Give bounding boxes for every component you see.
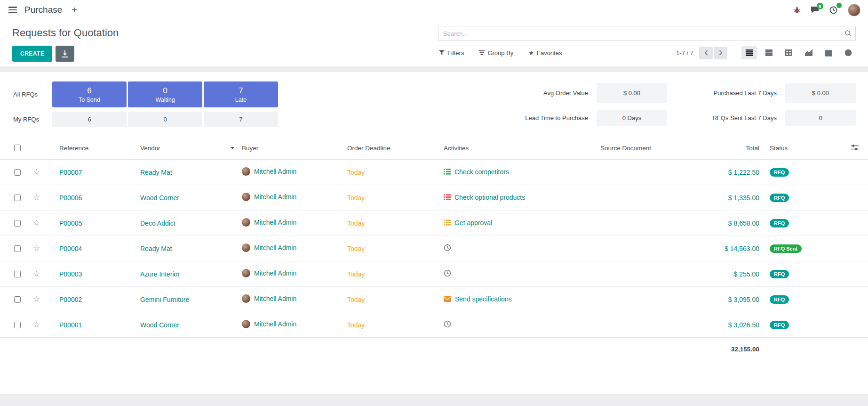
pager-previous-button[interactable] xyxy=(699,47,713,59)
table-row[interactable]: ☆ P00007 Ready Mat Mitchell Admin Today … xyxy=(0,160,868,185)
favorites-label: Favorites xyxy=(537,49,562,57)
table-row[interactable]: ☆ P00003 Azure Interior Mitchell Admin T… xyxy=(0,261,868,287)
status-badge: RFQ xyxy=(770,270,789,278)
header-order-deadline[interactable]: Order Deadline xyxy=(343,137,440,160)
table-row[interactable]: ☆ P00002 Gemini Furniture Mitchell Admin… xyxy=(0,287,868,312)
view-switcher-calendar[interactable] xyxy=(820,46,836,59)
header-buyer[interactable]: Buyer xyxy=(238,137,343,160)
reference-cell: P00006 xyxy=(56,185,136,211)
activity-icon[interactable] xyxy=(444,244,451,252)
row-checkbox[interactable] xyxy=(14,195,21,201)
view-switcher-kanban[interactable] xyxy=(761,46,777,59)
source-document-cell xyxy=(597,261,681,287)
table-row[interactable]: ☆ P00005 Deco Addict Mitchell Admin Toda… xyxy=(0,211,868,236)
row-checkbox[interactable] xyxy=(14,220,21,227)
favorite-star-icon[interactable]: ☆ xyxy=(33,295,40,303)
purchase-dashboard: All RFQs 6 To Send 0 Waiting 7 Late My R… xyxy=(0,72,868,137)
status-badge: RFQ Sent xyxy=(770,244,802,253)
buyer-name: Mitchell Admin xyxy=(254,193,296,201)
source-document-cell xyxy=(597,287,681,312)
activity-icon[interactable] xyxy=(444,169,451,175)
header-source-document[interactable]: Source Document xyxy=(597,137,681,160)
header-vendor[interactable]: Vendor xyxy=(136,137,238,160)
view-switcher-activity[interactable] xyxy=(840,46,856,59)
activities-button[interactable] xyxy=(829,6,837,14)
activity-label[interactable]: Send specifications xyxy=(455,295,512,303)
favorite-star-icon[interactable]: ☆ xyxy=(33,270,40,278)
source-document-cell xyxy=(597,211,681,236)
bug-icon[interactable] xyxy=(794,7,800,14)
row-checkbox[interactable] xyxy=(14,271,21,277)
activity-icon[interactable] xyxy=(444,269,451,277)
graph-view-icon xyxy=(805,49,812,56)
pager-next-button[interactable] xyxy=(714,47,727,59)
rfq-list: Reference Vendor Buyer Order Deadline Ac… xyxy=(0,137,868,361)
app-name[interactable]: Purchase xyxy=(24,5,62,15)
favorite-star-icon[interactable]: ☆ xyxy=(33,244,40,252)
select-all-checkbox[interactable] xyxy=(14,145,21,151)
buyer-cell: Mitchell Admin xyxy=(238,160,343,185)
tile-my-waiting[interactable]: 0 xyxy=(128,112,202,127)
activity-icon[interactable] xyxy=(444,296,451,302)
group-by-button[interactable]: Group By xyxy=(478,48,514,58)
row-checkbox[interactable] xyxy=(14,296,21,303)
status-badge: RFQ xyxy=(770,321,789,329)
view-switcher-pivot[interactable] xyxy=(781,46,796,59)
activity-icon[interactable] xyxy=(444,320,451,328)
tile-waiting[interactable]: 0 Waiting xyxy=(128,81,202,107)
header-total[interactable]: Total xyxy=(681,137,766,160)
view-switcher-list[interactable] xyxy=(741,46,757,59)
filters-label: Filters xyxy=(447,49,464,57)
vendor-cell: Ready Mat xyxy=(136,236,238,261)
order-deadline-cell: Today xyxy=(343,287,440,312)
tile-late[interactable]: 7 Late xyxy=(204,81,278,107)
table-row[interactable]: ☆ P00006 Wood Corner Mitchell Admin Toda… xyxy=(0,185,868,211)
new-tab-button[interactable]: + xyxy=(69,5,80,16)
tile-to-send[interactable]: 6 To Send xyxy=(52,81,127,107)
activity-label[interactable]: Check optional products xyxy=(454,194,525,201)
favorite-star-icon[interactable]: ☆ xyxy=(33,321,40,329)
order-deadline-cell: Today xyxy=(343,160,440,185)
buyer-name: Mitchell Admin xyxy=(254,168,296,175)
table-row[interactable]: ☆ P00004 Ready Mat Mitchell Admin Today … xyxy=(0,236,868,261)
status-cell: RFQ xyxy=(766,211,832,236)
favorite-star-icon[interactable]: ☆ xyxy=(33,168,40,176)
header-activities[interactable]: Activities xyxy=(440,137,597,160)
export-button[interactable] xyxy=(56,46,74,62)
table-footer-row: 32,155.00 xyxy=(0,338,868,361)
buyer-name: Mitchell Admin xyxy=(254,269,296,277)
view-switcher-graph[interactable] xyxy=(801,46,816,59)
messages-badge: 5 xyxy=(817,3,823,9)
search-input[interactable] xyxy=(438,26,856,41)
apps-menu-icon[interactable] xyxy=(8,5,18,15)
row-checkbox[interactable] xyxy=(14,322,21,328)
table-row[interactable]: ☆ P00001 Wood Corner Mitchell Admin Toda… xyxy=(0,312,868,338)
favorite-star-icon[interactable]: ☆ xyxy=(33,219,40,227)
order-deadline-cell: Today xyxy=(343,185,440,211)
activity-icon[interactable] xyxy=(444,194,451,200)
user-avatar[interactable] xyxy=(848,4,860,16)
group-by-label: Group By xyxy=(487,49,513,57)
header-status[interactable]: Status xyxy=(766,137,832,160)
vendor-cell: Ready Mat xyxy=(136,160,238,185)
row-checkbox[interactable] xyxy=(14,169,21,176)
tile-my-late[interactable]: 7 xyxy=(204,112,278,127)
pivot-view-icon xyxy=(785,49,792,56)
activity-icon[interactable] xyxy=(444,219,451,226)
favorites-button[interactable]: ★ Favorites xyxy=(527,48,563,58)
tile-my-to-send[interactable]: 6 xyxy=(52,112,127,127)
reference-cell: P00002 xyxy=(56,287,136,312)
header-reference[interactable]: Reference xyxy=(56,137,136,160)
search-icon[interactable] xyxy=(843,28,854,41)
activity-label[interactable]: Get approval xyxy=(454,219,492,227)
waiting-count: 0 xyxy=(163,86,167,96)
optional-columns-icon[interactable] xyxy=(851,145,859,152)
favorite-star-icon[interactable]: ☆ xyxy=(33,194,40,202)
activity-label[interactable]: Check competitors xyxy=(454,168,509,176)
messages-button[interactable]: 5 xyxy=(811,6,819,14)
total-cell: $ 3,026.50 xyxy=(681,312,766,338)
row-checkbox[interactable] xyxy=(14,245,21,252)
filters-button[interactable]: Filters xyxy=(438,48,465,58)
total-cell: $ 255.00 xyxy=(681,261,766,287)
create-button[interactable]: CREATE xyxy=(12,46,52,62)
